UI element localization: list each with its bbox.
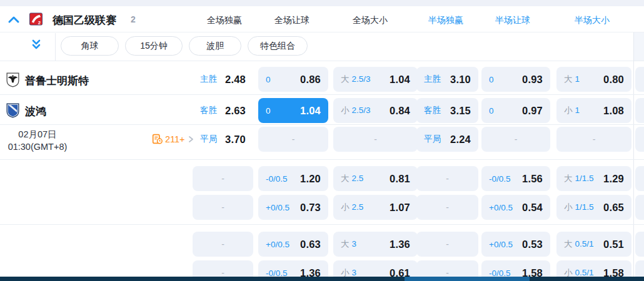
- odds-cell[interactable]: +0/0.50.53: [481, 232, 550, 257]
- tab-fulltime-1x2[interactable]: 全场独赢: [207, 15, 242, 26]
- more-markets-count: 211+: [165, 134, 185, 144]
- odds-label-prefix: 大: [564, 239, 573, 249]
- odds-label: 大3: [341, 239, 356, 250]
- odds-value: 2.48: [225, 74, 246, 86]
- odds-cell-empty: -: [193, 166, 253, 191]
- odds-cell[interactable]: 大2.50.81: [333, 166, 418, 191]
- odds-cell-partial: [635, 166, 644, 191]
- pill-correct-score[interactable]: 波胆: [189, 36, 241, 56]
- odds-value: 2.63: [225, 105, 246, 117]
- tab-fulltime-handicap[interactable]: 全场让球: [274, 15, 309, 26]
- tab-halftime-overunder[interactable]: 半场大小: [575, 15, 610, 26]
- odds-cell[interactable]: 平局3.70: [193, 127, 253, 152]
- league-logo: 2: [29, 12, 43, 26]
- odds-label-prefix: 大: [564, 174, 573, 183]
- odds-value: 1.29: [603, 173, 624, 185]
- empty-odds-dash: -: [446, 239, 449, 249]
- odds-cell[interactable]: 大2.5/31.04: [333, 67, 418, 92]
- tab-halftime-handicap[interactable]: 半场让球: [495, 15, 530, 26]
- odds-cell[interactable]: 平局2.24: [416, 127, 478, 152]
- odds-label: 平局: [424, 134, 441, 145]
- odds-value: 0.51: [603, 239, 624, 250]
- odds-cell-partial: [635, 195, 644, 220]
- tab-halftime-1x2[interactable]: 半场独赢: [428, 15, 463, 26]
- odds-label-prefix: 大: [341, 74, 350, 84]
- odds-cell[interactable]: 大10.80: [556, 67, 631, 92]
- odds-cell[interactable]: +0/0.50.73: [258, 195, 328, 220]
- subnav-divider: [55, 33, 56, 61]
- odds-cell-empty: -: [416, 195, 478, 220]
- odds-label: +0/0.5: [489, 240, 513, 249]
- odds-label: 小1: [564, 105, 580, 116]
- odds-value: 3.70: [225, 134, 246, 145]
- odds-value: 0.81: [390, 173, 410, 185]
- odds-cell-partial: [635, 127, 644, 152]
- scrollbar-thumb[interactable]: [405, 277, 530, 281]
- odds-cell-empty: -: [193, 195, 253, 220]
- odds-label: 0: [266, 106, 271, 116]
- right-edge-tint: [634, 32, 644, 61]
- odds-label: +0/0.5: [489, 203, 513, 212]
- pill-special-combo[interactable]: 特色组合: [248, 36, 308, 56]
- odds-value: 1.20: [300, 173, 321, 185]
- odds-label: -0/0.5: [266, 174, 288, 184]
- odds-cell-empty: -: [556, 127, 631, 152]
- match-date: 02月07日: [0, 129, 75, 141]
- odds-cell[interactable]: 客胜3.15: [416, 98, 478, 123]
- odds-value: 1.04: [300, 105, 321, 117]
- odds-cell-partial: [635, 67, 644, 92]
- odds-cell[interactable]: -0/0.51.56: [481, 166, 550, 191]
- tab-fulltime-overunder[interactable]: 全场大小: [353, 15, 388, 26]
- odds-label: +0/0.5: [266, 240, 289, 249]
- odds-cell[interactable]: 00.97: [481, 98, 550, 123]
- odds-cell[interactable]: 小2.51.07: [333, 195, 418, 220]
- league-match-count: 2: [131, 14, 136, 24]
- odds-cell[interactable]: +0/0.50.63: [258, 232, 328, 257]
- collapse-chevron-icon[interactable]: [7, 15, 21, 25]
- odds-cell[interactable]: 小2.5/30.84: [333, 98, 418, 123]
- odds-cell[interactable]: +0/0.50.54: [481, 195, 550, 220]
- odds-label: 大2.5/3: [341, 74, 371, 85]
- odds-cell[interactable]: 01.04: [258, 98, 328, 123]
- odds-label: 0: [489, 106, 494, 116]
- odds-value: 0.65: [603, 202, 624, 214]
- expand-double-chevron-icon[interactable]: [30, 39, 43, 51]
- odds-cell[interactable]: 00.86: [258, 67, 328, 92]
- odds-page: 2 德国乙级联赛 2 全场独赢 全场让球 全场大小 半场独赢 半场让球 半场大小…: [0, 0, 644, 281]
- horizontal-scrollbar[interactable]: [0, 277, 644, 281]
- right-column-border: [633, 32, 634, 277]
- odds-cell[interactable]: 大31.36: [333, 232, 418, 257]
- odds-value: 0.93: [522, 74, 543, 86]
- group-divider: [0, 159, 644, 160]
- pill-15min[interactable]: 15分钟: [125, 36, 183, 56]
- odds-cell-empty: -: [416, 166, 478, 191]
- odds-label: +0/0.5: [266, 203, 289, 212]
- odds-cell[interactable]: 主胜3.10: [416, 67, 478, 92]
- odds-cell-empty: -: [333, 127, 418, 152]
- odds-cell-empty: -: [258, 127, 328, 152]
- away-team-crest: [5, 102, 21, 118]
- odds-cell[interactable]: 小11.08: [556, 98, 631, 123]
- more-markets-button[interactable]: 211+: [152, 134, 194, 144]
- odds-cell-empty: -: [193, 232, 253, 257]
- odds-cell[interactable]: 客胜2.63: [193, 98, 253, 123]
- odds-label-prefix: 小: [341, 202, 350, 212]
- odds-value: 0.84: [390, 105, 410, 117]
- odds-cell[interactable]: 00.93: [481, 67, 550, 92]
- odds-cell[interactable]: 大0.5/10.51: [556, 232, 631, 257]
- pill-corners[interactable]: 角球: [61, 36, 119, 56]
- row-divider: [0, 94, 644, 95]
- odds-cell[interactable]: 小1/1.50.65: [556, 195, 631, 220]
- odds-cell[interactable]: -0/0.51.20: [258, 166, 328, 191]
- odds-value: 3.15: [450, 105, 471, 117]
- odds-label: 大2.5: [341, 173, 363, 184]
- odds-label-prefix: 小: [564, 106, 573, 115]
- match-clock: 01:30(GMT+8): [0, 141, 75, 154]
- odds-cell[interactable]: 主胜2.48: [193, 67, 253, 92]
- odds-cell[interactable]: 大1/1.51.29: [556, 166, 631, 191]
- odds-value: 1.07: [390, 202, 410, 214]
- odds-label: 大0.5/1: [564, 239, 594, 250]
- odds-label: 平局: [200, 134, 217, 145]
- header-divider: [0, 32, 644, 32]
- odds-value: 0.53: [522, 239, 543, 250]
